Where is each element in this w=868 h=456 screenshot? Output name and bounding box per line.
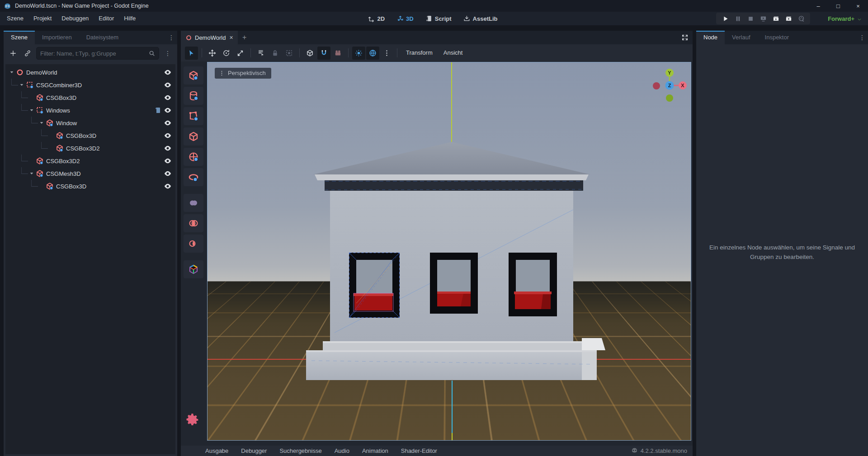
pause-button[interactable] <box>732 13 743 24</box>
tab-menu-dots-icon[interactable]: ⋮ <box>165 31 177 44</box>
group-icon-button[interactable] <box>283 47 296 60</box>
op-subtract-icon-button[interactable] <box>184 235 203 253</box>
script-icon[interactable] <box>154 107 161 114</box>
snap-icon-button[interactable] <box>317 47 330 60</box>
bottom-panel-ausgabe[interactable]: Ausgabe <box>199 447 235 454</box>
viewport-menu-transform[interactable]: Transform <box>401 44 438 61</box>
move-icon-button[interactable] <box>206 47 219 60</box>
menu-hilfe[interactable]: Hilfe <box>119 12 141 25</box>
stop-button[interactable] <box>745 13 756 24</box>
scale-icon-button[interactable] <box>234 47 247 60</box>
tree-guide <box>21 155 22 161</box>
instance-scene-button[interactable] <box>22 47 33 59</box>
tree-row-csgbox3d[interactable]: CSGBox3D <box>5 129 175 142</box>
workspace-button-2d[interactable]: 2D <box>364 15 388 22</box>
visibility-eye-icon[interactable] <box>164 144 172 152</box>
tab-importieren[interactable]: Importieren <box>35 31 79 44</box>
menu-projekt[interactable]: Projekt <box>28 12 57 25</box>
3d-viewport[interactable]: ⋮ Perspektivisch Y X Z <box>207 62 691 441</box>
visibility-eye-icon[interactable] <box>164 169 172 178</box>
tree-row-csgmesh3d[interactable]: CSGMesh3D <box>5 167 175 180</box>
collapse-chevron-icon[interactable] <box>18 81 25 89</box>
op-union-icon-button[interactable] <box>184 194 203 212</box>
gear-icon[interactable] <box>186 413 200 427</box>
tab-close-icon[interactable]: × <box>228 34 233 41</box>
tree-row-csgbox3d[interactable]: CSGBox3D <box>5 91 175 104</box>
op-intersect-icon-button[interactable] <box>184 214 203 232</box>
bottom-panel-debugger[interactable]: Debugger <box>235 447 273 454</box>
minimize-button[interactable]: – <box>808 0 828 12</box>
dots-menu-icon-button[interactable] <box>380 47 393 60</box>
collapse-chevron-icon[interactable] <box>38 119 45 127</box>
workspace-button-script[interactable]: Script <box>422 15 455 22</box>
bottom-panel-audio[interactable]: Audio <box>328 447 356 454</box>
new-scene-tab-button[interactable]: + <box>238 31 251 44</box>
collapse-chevron-icon[interactable] <box>8 69 15 76</box>
collapse-chevron-icon[interactable] <box>28 170 35 177</box>
play-scene-button[interactable] <box>770 13 781 24</box>
visibility-eye-icon[interactable] <box>164 94 172 102</box>
visibility-eye-icon[interactable] <box>164 68 172 76</box>
visibility-eye-icon[interactable] <box>164 182 172 190</box>
renderer-select[interactable]: Forward+ <box>828 12 862 25</box>
tree-row-csgbox3d2[interactable]: CSGBox3D2 <box>5 142 175 155</box>
sun-icon-button[interactable] <box>352 47 365 60</box>
filter-input[interactable] <box>40 50 149 57</box>
csg-box-icon-button[interactable] <box>184 66 203 85</box>
menu-editor[interactable]: Editor <box>94 12 119 25</box>
tree-menu-button[interactable]: ⋮ <box>162 47 174 59</box>
maximize-button[interactable]: □ <box>828 0 848 12</box>
remote-play-button[interactable] <box>758 13 769 24</box>
tab-inspektor[interactable]: Inspektor <box>758 31 796 44</box>
menu-szene[interactable]: Szene <box>2 12 28 25</box>
tree-row-csgbox3d2[interactable]: CSGBox3D2 <box>5 155 175 167</box>
visibility-eye-icon[interactable] <box>164 119 172 127</box>
movie-maker-button[interactable] <box>796 13 807 24</box>
visibility-eye-icon[interactable] <box>164 157 172 165</box>
projection-menu[interactable]: ⋮ Perspektivisch <box>215 68 271 79</box>
tree-row-windows[interactable]: Windows <box>5 104 175 117</box>
csg-polygon-icon-button[interactable] <box>184 107 203 125</box>
tree-row-window[interactable]: Window <box>5 117 175 129</box>
tab-node[interactable]: Node <box>696 31 725 44</box>
play-button[interactable] <box>720 13 731 24</box>
visibility-eye-icon[interactable] <box>164 106 172 114</box>
csg-cylinder-icon-button[interactable] <box>184 87 203 105</box>
menu-debuggen[interactable]: Debuggen <box>57 12 94 25</box>
workspace-button-3d[interactable]: 3D <box>393 15 417 22</box>
tab-dateisystem[interactable]: Dateisystem <box>79 31 126 44</box>
close-button[interactable]: × <box>848 0 868 12</box>
tree-row-demoworld[interactable]: DemoWorld <box>5 66 175 79</box>
workspace-button-assetlib[interactable]: AssetLib <box>460 15 501 22</box>
rotate-icon-button[interactable] <box>220 47 233 60</box>
add-node-button[interactable] <box>7 47 19 59</box>
play-custom-scene-button[interactable] <box>783 13 794 24</box>
csg-sphere-icon-button[interactable] <box>184 148 203 166</box>
tree-row-csgbox3d[interactable]: CSGBox3D <box>5 180 175 193</box>
collapse-chevron-icon[interactable] <box>28 107 35 114</box>
gizmo-neg-x[interactable] <box>653 82 660 89</box>
environment-icon-button[interactable] <box>366 47 379 60</box>
select-icon-button[interactable] <box>185 47 198 60</box>
gizmo-neg-y[interactable] <box>666 94 673 102</box>
tab-menu-dots-icon[interactable]: ⋮ <box>856 31 868 44</box>
expand-viewport-button[interactable] <box>677 31 693 44</box>
list-select-icon-button[interactable] <box>255 47 268 60</box>
bottom-panel-animation[interactable]: Animation <box>356 447 395 454</box>
visibility-eye-icon[interactable] <box>164 132 172 140</box>
csg-torus-icon-button[interactable] <box>184 168 203 186</box>
local-space-icon-button[interactable] <box>303 47 316 60</box>
gridmap-icon-button[interactable] <box>184 260 203 278</box>
tree-row-csgcombiner3d[interactable]: CSGCombiner3D <box>5 79 175 91</box>
tab-verlauf[interactable]: Verlauf <box>725 31 757 44</box>
lock-icon-button[interactable] <box>269 47 282 60</box>
csg-mesh-icon-button[interactable] <box>184 127 203 146</box>
axis-gizmo[interactable]: Y X Z <box>652 68 687 102</box>
camera-preview-icon-button[interactable] <box>331 47 344 60</box>
bottom-panel-suchergebnisse[interactable]: Suchergebnisse <box>273 447 328 454</box>
viewport-menu-ansicht[interactable]: Ansicht <box>438 44 468 61</box>
scene-tab-demoworld[interactable]: DemoWorld × <box>181 31 238 44</box>
bottom-panel-shader-editor[interactable]: Shader-Editor <box>395 447 443 454</box>
visibility-eye-icon[interactable] <box>164 81 172 89</box>
tab-szene[interactable]: Szene <box>4 31 35 44</box>
